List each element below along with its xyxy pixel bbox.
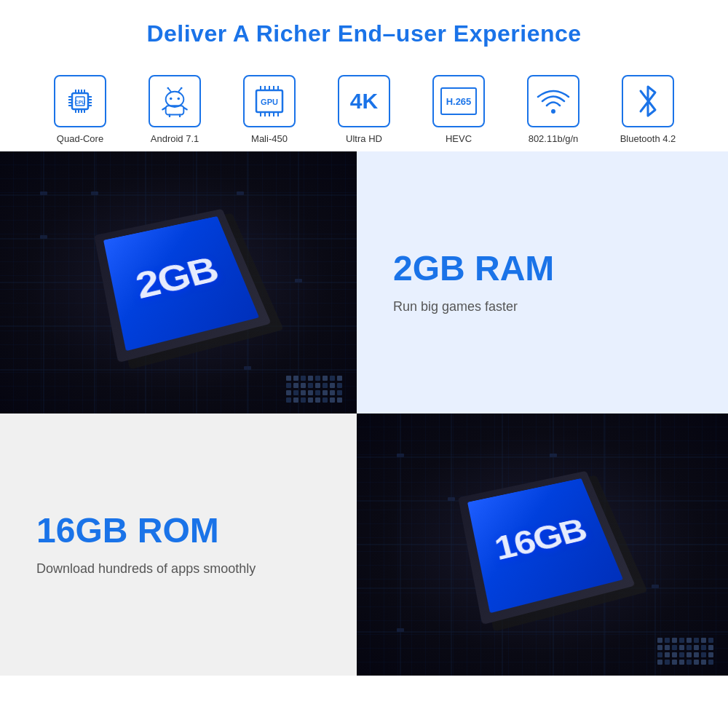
svg-rect-79 [652,585,659,588]
bluetooth-label: Bluetooth 4.2 [620,133,676,144]
svg-point-21 [178,98,181,100]
panels-grid: 2GB 2GB RAM Run big games faster 16GB RO… [0,151,728,676]
cpu-feature: CPU [33,75,127,144]
gpu-icon: GPU [250,84,288,118]
cpu-label: Quad-Core [57,133,103,144]
bluetooth-icon-box [622,75,674,127]
ram-description: Run big games faster [393,297,692,317]
svg-rect-78 [397,628,404,632]
rom-info-panel: 16GB ROM Download hundreds of apps smoot… [0,414,357,676]
svg-point-43 [551,109,555,114]
h265-icon: H.265 [440,87,477,115]
svg-rect-76 [550,454,557,457]
ram-chip-text: 2GB [132,249,223,307]
ram-chip-scene: 2GB [0,151,357,414]
svg-rect-62 [244,366,251,370]
circuit-dots-br-2 [657,638,713,665]
ram-info-panel: 2GB RAM Run big games faster [357,151,728,414]
svg-point-19 [166,92,184,107]
bluetooth-icon [635,82,661,120]
svg-rect-60 [295,279,302,282]
svg-rect-56 [40,235,47,239]
cpu-svg: CPU [62,83,98,119]
rom-chip-text: 16GB [491,512,591,569]
svg-rect-59 [237,191,244,195]
circuit-dots-br [286,376,342,403]
ram-title: 2GB RAM [393,248,692,288]
svg-text:CPU: CPU [75,100,86,105]
svg-rect-74 [397,454,404,457]
wifi-label: 802.11b/g/n [529,133,579,144]
ram-chip-panel: 2GB [0,151,357,414]
wifi-icon [536,86,571,116]
svg-rect-55 [40,191,47,195]
svg-rect-57 [91,191,98,195]
android-icon-box [149,75,201,127]
gpu-label: Mali-450 [251,133,288,144]
cpu-icon-box: CPU [54,75,106,127]
4k-icon-box: 4K [338,75,390,127]
h265-icon-box: H.265 [432,75,485,127]
features-icons-row: CPU [0,62,728,151]
4k-label: Ultra HD [346,133,382,144]
rom-chip-panel: 16GB [357,414,728,676]
h265-feature: H.265 HEVC [411,75,506,144]
android-icon [159,85,191,117]
cpu-icon: CPU [62,83,98,119]
bluetooth-feature: Bluetooth 4.2 [601,75,695,144]
header-section: Deliver A Richer End–user Experience [0,0,728,62]
svg-line-22 [168,88,171,91]
wifi-feature: 802.11b/g/n [506,75,601,144]
svg-rect-75 [448,497,455,501]
svg-point-25 [181,87,183,90]
h265-label: HEVC [446,133,472,144]
gpu-icon-box: GPU [243,75,296,127]
gpu-feature: GPU Mali-450 [222,75,317,144]
svg-point-23 [167,87,169,90]
4k-icon: 4K [350,90,378,112]
page-title: Deliver A Richer End–user Experience [15,20,713,47]
svg-line-24 [178,88,181,91]
rom-title: 16GB ROM [36,510,320,550]
android-label: Android 7.1 [151,133,199,144]
4k-feature: 4K Ultra HD [317,75,411,144]
rom-description: Download hundreds of apps smoothly [36,559,320,579]
svg-text:GPU: GPU [261,98,278,106]
wifi-icon-box [527,75,579,127]
android-feature: Android 7.1 [127,75,222,144]
svg-point-20 [170,98,173,100]
rom-chip-scene: 16GB [357,414,728,676]
